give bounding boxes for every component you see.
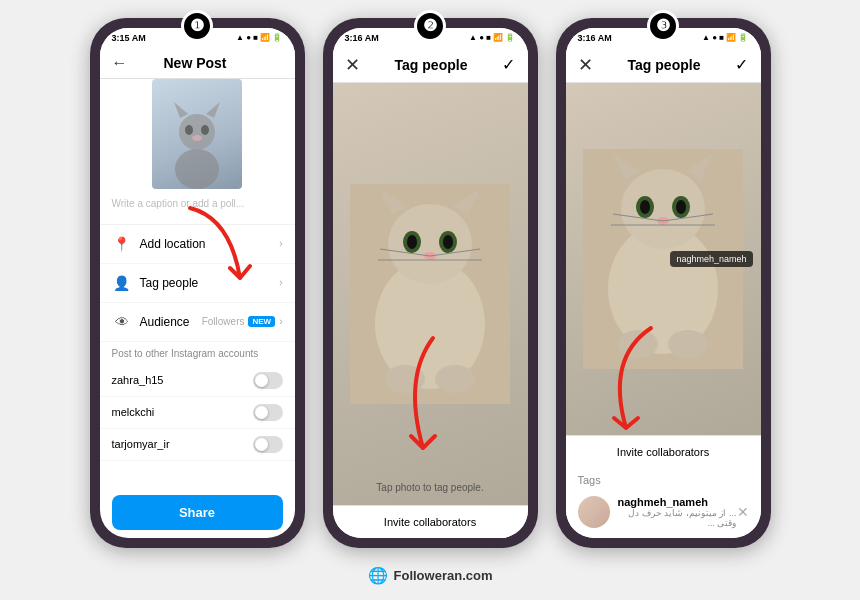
new-badge: NEW: [248, 316, 275, 327]
section-label: Post to other Instagram accounts: [100, 342, 295, 365]
svg-point-0: [175, 149, 219, 189]
svg-point-31: [676, 200, 686, 214]
toggle-tarjom[interactable]: [253, 436, 283, 453]
cat-svg-1: [162, 94, 232, 189]
check-button-2[interactable]: ✓: [502, 55, 515, 74]
tag-item-naghmeh: naghmeh_nameh ... از میتونیم، شاید حرف د…: [578, 492, 749, 532]
share-button[interactable]: Share: [112, 495, 283, 530]
tag-username: naghmeh_nameh: [618, 496, 737, 508]
phone-1: ❶ 3:15 AM ▲ ● ■ 📶 🔋 ← New Post: [90, 18, 305, 548]
tag-preview: ... از میتونیم، شاید حرف دل وقتی ...: [618, 508, 737, 528]
add-location-item[interactable]: 📍 Add location ›: [100, 225, 295, 264]
followers-text: Followers: [202, 316, 245, 327]
audience-item[interactable]: 👁 Audience Followers NEW ›: [100, 303, 295, 342]
menu-items-1: 📍 Add location › 👤 Tag people › 👁 Audien…: [100, 225, 295, 487]
tag-label-on-photo: naghmeh_nameh: [670, 251, 752, 267]
tags-label: Tags: [578, 474, 749, 486]
nav-title-1: New Post: [163, 55, 226, 71]
svg-point-25: [621, 169, 705, 249]
watermark: 🌐 Followeran.com: [360, 558, 501, 593]
nav-bar-2: ✕ Tag people ✓: [333, 48, 528, 83]
tag-hint: Tap photo to tag people.: [333, 482, 528, 493]
globe-icon: 🌐: [368, 566, 388, 585]
status-icons-2: ▲ ● ■ 📶 🔋: [469, 33, 515, 42]
phone-2: ❷ 3:16 AM ▲ ● ■ 📶 🔋 ✕ Tag people ✓: [323, 18, 538, 548]
step-2: ❷: [414, 10, 446, 42]
add-location-label: Add location: [140, 237, 280, 251]
svg-point-5: [201, 125, 209, 135]
step-3: ❸: [647, 10, 679, 42]
nav-title-3: Tag people: [628, 57, 701, 73]
account-row-zahra: zahra_h15: [100, 365, 295, 397]
time-1: 3:15 AM: [112, 33, 146, 43]
photo-preview-1: [152, 79, 242, 189]
tag-people-label: Tag people: [140, 276, 280, 290]
phone-3: ❸ 3:16 AM ▲ ● ■ 📶 🔋 ✕ Tag people ✓: [556, 18, 771, 548]
svg-point-1: [179, 114, 215, 150]
tag-photo-area-3[interactable]: naghmeh_nameh: [566, 83, 761, 435]
location-icon: 📍: [112, 234, 132, 254]
cat-photo-svg-2: [350, 184, 510, 404]
time-3: 3:16 AM: [578, 33, 612, 43]
svg-point-33: [618, 330, 658, 358]
account-name-melck: melckchi: [112, 406, 253, 418]
audience-icon: 👁: [112, 312, 132, 332]
caption-placeholder: Write a caption or add a poll...: [112, 198, 245, 209]
tag-chevron: ›: [279, 277, 282, 288]
nav-title-2: Tag people: [395, 57, 468, 73]
account-name-zahra: zahra_h15: [112, 374, 253, 386]
time-2: 3:16 AM: [345, 33, 379, 43]
audience-label: Audience: [140, 315, 202, 329]
svg-point-6: [192, 135, 202, 141]
main-container: ❶ 3:15 AM ▲ ● ■ 📶 🔋 ← New Post: [80, 8, 781, 558]
tag-people-icon: 👤: [112, 273, 132, 293]
audience-right: Followers NEW ›: [202, 316, 283, 327]
svg-point-30: [640, 200, 650, 214]
watermark-text: Followeran.com: [394, 568, 493, 583]
svg-marker-2: [174, 102, 188, 118]
account-name-tarjom: tarjomyar_ir: [112, 438, 253, 450]
invite-collaborators-3[interactable]: Invite collaborators: [566, 435, 761, 468]
nav-bar-1: ← New Post: [100, 48, 295, 79]
tag-people-item[interactable]: 👤 Tag people ›: [100, 264, 295, 303]
tags-section: Tags naghmeh_nameh ... از میتونیم، شاید …: [566, 468, 761, 538]
toggle-melck[interactable]: [253, 404, 283, 421]
tag-avatar: [578, 496, 610, 528]
close-button-3[interactable]: ✕: [578, 54, 593, 76]
audience-chevron: ›: [279, 316, 282, 327]
svg-point-34: [668, 330, 708, 358]
account-row-melck: melckchi: [100, 397, 295, 429]
account-row-tarjom: tarjomyar_ir: [100, 429, 295, 461]
status-icons-3: ▲ ● ■ 📶 🔋: [702, 33, 748, 42]
svg-point-18: [435, 365, 475, 393]
tag-remove-button[interactable]: ✕: [737, 504, 749, 520]
tag-info: naghmeh_nameh ... از میتونیم، شاید حرف د…: [618, 496, 737, 528]
toggle-zahra[interactable]: [253, 372, 283, 389]
step-1: ❶: [181, 10, 213, 42]
status-icons-1: ▲ ● ■ 📶 🔋: [236, 33, 282, 42]
svg-point-9: [388, 204, 472, 284]
close-button-2[interactable]: ✕: [345, 54, 360, 76]
nav-bar-3: ✕ Tag people ✓: [566, 48, 761, 83]
svg-marker-3: [206, 102, 220, 118]
location-chevron: ›: [279, 238, 282, 249]
svg-point-17: [385, 365, 425, 393]
invite-collaborators-2[interactable]: Invite collaborators: [333, 505, 528, 538]
svg-point-4: [185, 125, 193, 135]
tag-photo-area-2[interactable]: Tap photo to tag people.: [333, 83, 528, 505]
svg-point-14: [407, 235, 417, 249]
svg-point-15: [443, 235, 453, 249]
caption-input-1[interactable]: Write a caption or add a poll...: [100, 189, 295, 225]
check-button-3[interactable]: ✓: [735, 55, 748, 74]
back-button-1[interactable]: ←: [112, 54, 128, 72]
